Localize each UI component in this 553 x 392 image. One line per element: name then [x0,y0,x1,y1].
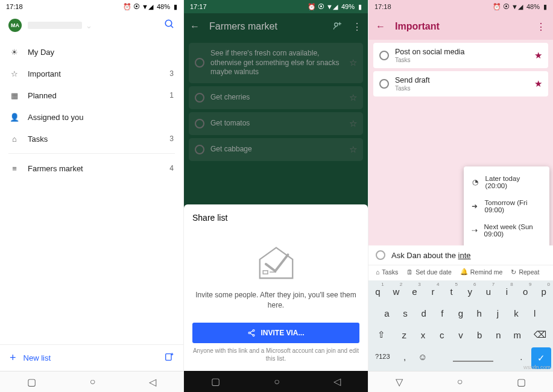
star-filled-icon[interactable]: ★ [534,78,542,89]
checkbox-icon[interactable] [379,79,389,89]
key[interactable]: c [432,324,451,346]
key[interactable]: y6 [461,280,479,302]
share-icon[interactable] [333,21,343,33]
menu-next-week[interactable]: ⇢Next week (Sun 09:00) [464,218,549,242]
svg-line-14 [250,334,253,335]
key[interactable]: s [396,302,415,324]
key[interactable]: f [433,302,452,324]
nav-back-icon[interactable]: ◁ [149,376,156,388]
key[interactable]: t5 [442,280,461,302]
key[interactable]: g [452,302,470,324]
app-bar: ← Farmers market ⋮ [184,13,368,40]
chip-due-date[interactable]: 🗓Set due date [406,268,452,276]
bottom-bar: + New list [0,344,183,371]
checkbox-icon[interactable] [379,51,389,60]
nav-home-icon[interactable]: ○ [457,376,463,387]
account-name[interactable]: ⌄ [28,21,158,30]
nav-recent-icon[interactable]: ▢ [517,376,526,388]
overflow-icon[interactable]: ⋮ [352,21,362,33]
invite-button[interactable]: INVITE VIA... [192,323,359,343]
list-planned[interactable]: ▦Planned1 [0,84,183,106]
key[interactable]: w2 [387,280,406,302]
task-item[interactable]: See if there's fresh corn available, oth… [189,43,363,83]
key[interactable]: o9 [516,280,535,302]
nav-home-icon[interactable]: ○ [274,376,280,387]
key[interactable]: k [507,302,526,324]
nav-back-icon[interactable]: ▽ [396,376,403,388]
plus-icon[interactable]: + [10,352,16,364]
checkbox-icon[interactable] [195,119,204,128]
star-icon[interactable]: ☆ [349,92,357,103]
key[interactable]: r4 [424,280,443,302]
new-list-button[interactable]: New list [24,353,51,362]
list-farmers-market[interactable]: ≡Farmers market4 [0,157,183,179]
key-shift[interactable]: ⇧ [368,324,395,346]
key[interactable]: b [470,324,489,346]
chip-list[interactable]: ⌂Tasks [376,268,398,276]
checkbox-icon[interactable] [376,250,385,260]
key-emoji[interactable]: ☺ [412,346,432,367]
avatar[interactable]: MA [8,19,22,32]
task-item[interactable]: Get cherries☆ [189,86,363,109]
key[interactable]: d [414,302,433,324]
task-card[interactable]: Post on social mediaTasks ★ [373,43,548,68]
star-filled-icon[interactable]: ★ [534,50,542,61]
overflow-icon[interactable]: ⋮ [536,21,546,33]
list-important[interactable]: ☆Important3 [0,63,183,84]
task-item[interactable]: Get tomatos☆ [189,112,363,135]
checkbox-icon[interactable] [195,58,204,68]
home-icon: ⌂ [376,268,379,276]
svg-point-0 [165,20,172,27]
divider [8,153,175,154]
key[interactable]: l [525,302,544,324]
invite-illustration-icon [252,241,300,283]
nav-recent-icon[interactable]: ▢ [211,376,220,387]
key[interactable]: v [451,324,470,346]
search-icon[interactable] [164,19,175,33]
key-comma[interactable]: , [397,346,413,367]
key-symbols[interactable]: ?123 [368,346,397,367]
account-header[interactable]: MA ⌄ [0,13,183,37]
key-backspace[interactable]: ⌫ [526,324,553,346]
back-icon[interactable]: ← [190,21,200,32]
calendar-icon: 🗓 [406,268,413,276]
list-tasks[interactable]: ⌂Tasks3 [0,128,183,150]
key[interactable]: m [508,324,526,346]
svg-line-1 [171,25,173,28]
nav-home-icon[interactable]: ○ [90,376,96,387]
arrow-double-icon: ⇢ [471,226,478,235]
task-card[interactable]: Send draftTasks ★ [373,71,548,96]
key[interactable]: h [470,302,488,324]
key[interactable]: e3 [405,280,424,302]
menu-tomorrow[interactable]: ➜Tomorrow (Fri 09:00) [464,194,549,218]
key[interactable]: q1 [368,280,387,302]
key[interactable]: a [378,302,396,324]
key[interactable]: z [395,324,414,346]
nav-back-icon[interactable]: ◁ [333,376,341,387]
list-my-day[interactable]: ☀My Day [0,41,183,63]
task-item[interactable]: Get cabbage☆ [189,138,363,161]
checkbox-icon[interactable] [195,93,204,103]
key[interactable]: u7 [479,280,498,302]
checkbox-icon[interactable] [195,145,204,154]
back-icon[interactable]: ← [376,21,385,32]
star-icon[interactable]: ☆ [349,57,357,68]
key[interactable]: x [414,324,432,346]
svg-point-5 [335,23,338,26]
chip-remind[interactable]: 🔔Remind me [460,268,503,276]
key[interactable]: i8 [498,280,516,302]
star-icon: ☆ [10,69,19,78]
menu-later-today[interactable]: ◔Later today (20:00) [464,170,549,194]
list-assigned[interactable]: 👤Assigned to you [0,106,183,128]
star-icon[interactable]: ☆ [349,118,357,129]
nav-recent-icon[interactable]: ▢ [27,376,36,388]
add-group-icon[interactable] [164,352,174,364]
chip-repeat[interactable]: ↻Repeat [511,268,539,276]
key-space[interactable] [433,346,513,367]
key[interactable]: p0 [534,280,553,302]
status-icons: ⏰ ⦿ ▼◢ 48% ▮ [493,3,547,11]
star-icon[interactable]: ☆ [349,144,357,155]
new-task-input[interactable]: Ask Dan about the inte [391,251,546,260]
key[interactable]: j [488,302,507,324]
key[interactable]: n [489,324,508,346]
